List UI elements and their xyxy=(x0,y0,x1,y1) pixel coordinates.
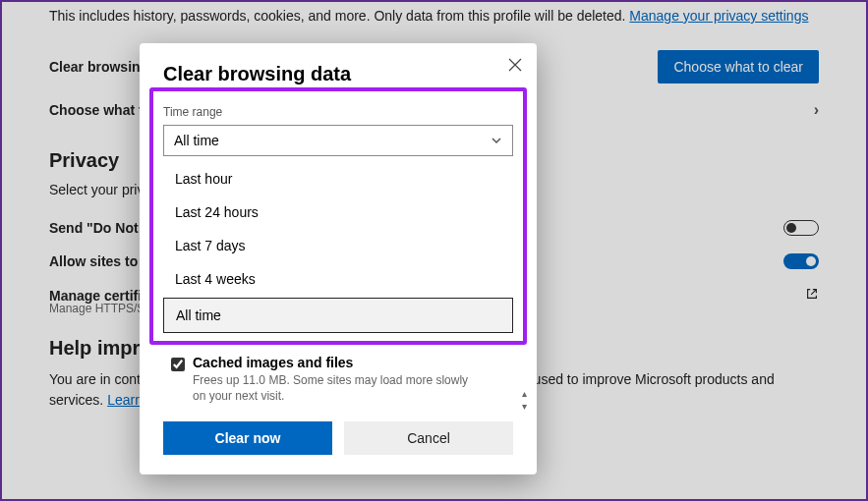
cached-images-checkbox[interactable] xyxy=(171,358,185,371)
dropdown-option-last-24-hours[interactable]: Last 24 hours xyxy=(163,195,513,229)
dropdown-option-all-time[interactable]: All time xyxy=(163,298,513,333)
scroll-down-icon[interactable]: ▾ xyxy=(522,401,527,412)
cached-images-row: Cached images and files Frees up 11.0 MB… xyxy=(163,355,513,404)
dropdown-option-last-7-days[interactable]: Last 7 days xyxy=(163,229,513,262)
time-range-dropdown: Last hour Last 24 hours Last 7 days Last… xyxy=(163,162,513,333)
dropdown-option-last-hour[interactable]: Last hour xyxy=(163,162,513,195)
chevron-down-icon xyxy=(491,135,502,146)
dialog-title: Clear browsing data xyxy=(163,63,513,85)
cached-images-desc: Frees up 11.0 MB. Some sites may load mo… xyxy=(193,372,478,404)
cached-images-title: Cached images and files xyxy=(193,355,478,370)
time-range-selected: All time xyxy=(174,133,219,148)
time-range-label: Time range xyxy=(163,105,513,119)
time-range-select[interactable]: All time xyxy=(163,125,513,156)
dialog-scrollbar[interactable]: ▴ ▾ xyxy=(517,388,531,412)
scroll-up-icon[interactable]: ▴ xyxy=(522,388,527,399)
cancel-button[interactable]: Cancel xyxy=(344,421,513,455)
clear-now-button[interactable]: Clear now xyxy=(163,421,332,455)
dropdown-option-last-4-weeks[interactable]: Last 4 weeks xyxy=(163,262,513,296)
close-icon[interactable] xyxy=(507,57,523,77)
time-range-highlight: Time range All time Last hour Last 24 ho… xyxy=(149,87,527,345)
clear-browsing-data-dialog: Clear browsing data Time range All time … xyxy=(140,43,537,474)
